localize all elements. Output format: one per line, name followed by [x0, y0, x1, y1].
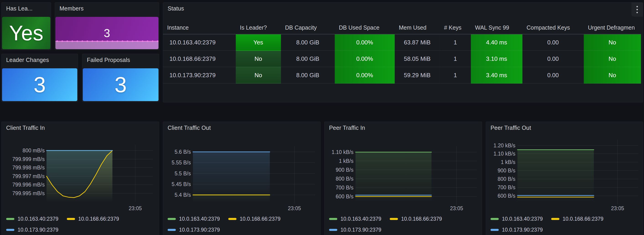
panel-client-traffic-out: Client Traffic Out 5.6 B/s 5.55 B/s 5.5 …: [163, 122, 321, 235]
status-table-header-row: Instance Is Leader? DB Capacity DB Used …: [163, 21, 640, 34]
legend-label[interactable]: 10.0.168.66:2379: [78, 216, 119, 222]
col-header-mem-used[interactable]: Mem Used: [395, 21, 440, 34]
row-traffic: Traffic: [0, 103, 205, 121]
legend-label[interactable]: 10.0.168.66:2379: [240, 216, 280, 222]
legend-item[interactable]: 10.0.163.40:2379: [329, 216, 381, 222]
col-header-db-used-space[interactable]: DB Used Space: [335, 21, 395, 34]
cell-urgent-defrag: No: [584, 34, 641, 51]
cell-keys: 1: [440, 34, 471, 51]
x-tick: 23:05: [604, 205, 631, 212]
panel-leader-changes: Leader Changes 3: [1, 54, 78, 102]
col-header-is-leader[interactable]: Is Leader?: [236, 21, 281, 34]
legend-item[interactable]: 10.0.163.40:2379: [6, 216, 58, 222]
series-color-pill: [551, 218, 560, 220]
y-tick: 600 B/s: [498, 193, 516, 199]
members-value: 3: [56, 26, 158, 40]
legend-item[interactable]: 10.0.168.66:2379: [67, 216, 119, 222]
legend-item[interactable]: 10.0.163.40:2379: [490, 216, 543, 222]
y-tick: 900 B/s: [498, 167, 516, 174]
panel-title-members[interactable]: Members: [60, 5, 84, 12]
cell-mem-used: 63.87 MiB: [395, 34, 440, 51]
legend-item[interactable]: 10.0.168.66:2379: [551, 216, 604, 222]
col-header-instance[interactable]: Instance: [163, 21, 236, 34]
panel-title-status[interactable]: Status: [168, 5, 184, 12]
legend-label[interactable]: 10.0.173.90:2379: [340, 227, 381, 233]
y-tick: 5.4 B/s: [174, 192, 191, 198]
cell-wal-sync: 3.40 ms: [471, 67, 522, 84]
members-sparkline: [56, 40, 158, 49]
y-tick: 799.996 mB/s: [12, 182, 45, 188]
panel-client-traffic-in: Client Traffic In 800 mB/s 799.999 mB/s …: [1, 122, 159, 235]
legend-label[interactable]: 10.0.163.40:2379: [502, 216, 543, 222]
y-tick: 800 B/s: [498, 176, 516, 182]
series-color-pill: [490, 218, 499, 220]
x-tick: 23:05: [443, 205, 470, 212]
panel-members: Members 3: [55, 2, 159, 50]
legend-item[interactable]: 10.0.163.40:2379: [168, 216, 220, 222]
panel-peer-traffic-in: Peer Traffic In 1.10 kB/s 1 kB/s 900 B/s…: [324, 122, 482, 235]
legend-item[interactable]: 10.0.173.90:2379: [6, 227, 58, 233]
cell-db-used: 0.00%: [335, 51, 395, 67]
table-row: 10.0.173.90:2379 No 8.00 GiB 0.00% 59.29…: [163, 67, 640, 84]
series-color-pill: [6, 218, 14, 220]
series-color-pill: [329, 218, 337, 220]
x-tick: 23:05: [122, 205, 149, 212]
legend-label[interactable]: 10.0.163.40:2379: [179, 216, 220, 222]
cell-keys: 1: [440, 51, 471, 67]
panel-has-leader: Has Lea... Yes: [1, 2, 51, 50]
legend-label[interactable]: 10.0.168.66:2379: [562, 216, 604, 222]
legend-label[interactable]: 10.0.163.40:2379: [340, 216, 381, 222]
has-leader-value: Yes: [9, 22, 43, 43]
legend-label[interactable]: 10.0.163.40:2379: [18, 216, 58, 222]
legend-label[interactable]: 10.0.173.90:2379: [18, 227, 58, 233]
col-header-wal-sync[interactable]: WAL Sync 99: [471, 21, 522, 34]
y-tick: 1.20 kB/s: [494, 142, 516, 149]
legend-label[interactable]: 10.0.173.90:2379: [179, 227, 220, 233]
y-tick: 799.997 mB/s: [12, 173, 45, 180]
members-stat-background: 3: [56, 17, 158, 49]
has-leader-stat-background: Yes: [2, 17, 50, 49]
legend-label[interactable]: 10.0.168.66:2379: [401, 216, 442, 222]
col-header-db-capacity[interactable]: DB Capacity: [281, 21, 335, 34]
legend-item[interactable]: 10.0.168.66:2379: [228, 216, 280, 222]
legend-row: 10.0.163.40:2379 10.0.168.66:2379: [324, 216, 482, 222]
cell-is-leader: No: [236, 51, 281, 67]
y-tick: 800 B/s: [336, 176, 354, 182]
cell-compacted: 0.00: [522, 51, 584, 67]
cell-is-leader: No: [236, 67, 281, 84]
cell-compacted: 0.00: [522, 34, 584, 51]
leader-changes-stat-background: 3: [2, 68, 77, 101]
legend-item[interactable]: 10.0.173.90:2379: [490, 227, 543, 233]
legend-item[interactable]: 10.0.173.90:2379: [168, 227, 220, 233]
y-tick: 700 B/s: [498, 184, 516, 191]
series-color-pill: [168, 229, 176, 231]
grafana-dashboard: Has Lea... Yes Members 3: [0, 0, 644, 235]
col-header-keys[interactable]: # Keys: [440, 21, 471, 34]
series-color-pill: [67, 218, 75, 220]
y-tick: 900 B/s: [336, 167, 354, 173]
legend-row: 10.0.173.90:2379: [324, 227, 482, 233]
legend-label[interactable]: 10.0.173.90:2379: [502, 227, 543, 233]
panel-title-has-leader[interactable]: Has Lea...: [6, 5, 32, 12]
cell-urgent-defrag: No: [584, 67, 641, 84]
cell-db-used: 0.00%: [335, 34, 395, 51]
legend-item[interactable]: 10.0.168.66:2379: [390, 216, 442, 222]
cell-is-leader: Yes: [236, 34, 281, 51]
cell-mem-used: 58.05 MiB: [395, 51, 440, 67]
y-tick: 1.10 kB/s: [332, 149, 354, 155]
legend-row: 10.0.173.90:2379: [486, 227, 643, 233]
panel-title-failed-proposals[interactable]: Failed Proposals: [87, 57, 130, 63]
y-tick: 799.995 mB/s: [12, 190, 45, 197]
y-tick: 799.999 mB/s: [12, 156, 45, 162]
legend-item[interactable]: 10.0.173.90:2379: [329, 227, 381, 233]
legend-row: 10.0.173.90:2379: [2, 227, 159, 233]
cell-keys: 1: [440, 67, 471, 84]
panel-title-leader-changes[interactable]: Leader Changes: [6, 57, 49, 63]
col-header-compacted-keys[interactable]: Compacted Keys: [522, 21, 584, 34]
panel-failed-proposals: Failed Proposals 3: [82, 54, 159, 102]
y-tick: 1 kB/s: [339, 158, 354, 164]
col-header-urgent-defrag[interactable]: Urgent Defragmen: [584, 21, 641, 34]
cell-instance: 10.0.173.90:2379: [163, 67, 236, 84]
panel-menu-kebab-icon[interactable]: [632, 2, 643, 17]
legend-row: 10.0.163.40:2379 10.0.168.66:2379: [486, 216, 643, 222]
